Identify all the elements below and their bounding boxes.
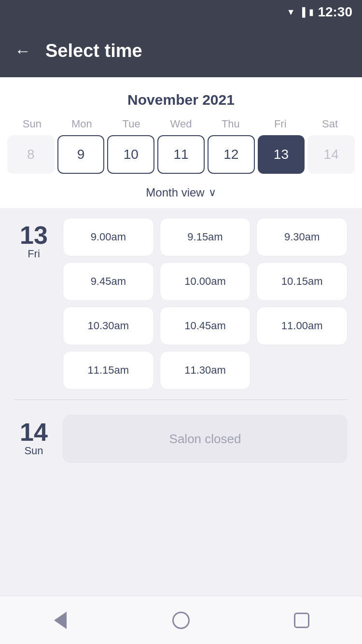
- battery-icon: ▮: [309, 7, 314, 17]
- day-header-sun: Sun: [7, 118, 57, 130]
- signal-icon: ▐: [299, 7, 306, 17]
- date-row: 8 9 10 11 12 13 14: [0, 135, 362, 174]
- day-header-fri: Fri: [255, 118, 305, 130]
- date-cell-12[interactable]: 12: [208, 135, 255, 174]
- time-slot-915am[interactable]: 9.15am: [160, 218, 251, 256]
- time-slot-900am[interactable]: 9.00am: [63, 218, 154, 256]
- day-header-mon: Mon: [57, 118, 107, 130]
- back-button[interactable]: ←: [14, 42, 31, 60]
- time-slot-1100am[interactable]: 11.00am: [256, 307, 348, 345]
- recents-nav-icon: [294, 613, 309, 628]
- day-number-14: 14: [20, 420, 48, 445]
- page-title: Select time: [45, 41, 142, 61]
- salon-closed-message: Salon closed: [63, 415, 348, 463]
- divider: [14, 399, 348, 400]
- day-header-wed: Wed: [156, 118, 206, 130]
- time-slot-1130am[interactable]: 11.30am: [160, 351, 251, 390]
- calendar-section: November 2021 Sun Mon Tue Wed Thu Fri Sa…: [0, 77, 362, 208]
- wifi-icon: ▼: [287, 7, 295, 17]
- nav-back-button[interactable]: [48, 608, 72, 632]
- status-time: 12:30: [318, 4, 352, 20]
- day-header-thu: Thu: [206, 118, 255, 130]
- status-icons: ▼ ▐ ▮ 12:30: [287, 4, 352, 20]
- month-title: November 2021: [0, 87, 362, 118]
- date-cell-11[interactable]: 11: [157, 135, 205, 174]
- day-label-13: 13 Fri: [14, 218, 53, 390]
- status-bar: ▼ ▐ ▮ 12:30: [0, 0, 362, 24]
- back-nav-icon: [54, 612, 67, 629]
- time-slot-1015am[interactable]: 10.15am: [256, 262, 348, 301]
- day-block-14: 14 Sun Salon closed: [14, 415, 348, 463]
- date-cell-8[interactable]: 8: [7, 135, 55, 174]
- nav-home-button[interactable]: [169, 608, 193, 632]
- day-name-14: Sun: [24, 445, 43, 457]
- date-cell-9[interactable]: 9: [57, 135, 105, 174]
- month-view-toggle[interactable]: Month view ∨: [0, 181, 362, 208]
- day-header-tue: Tue: [107, 118, 156, 130]
- day-name-13: Fri: [28, 248, 40, 260]
- day-header-sat: Sat: [305, 118, 355, 130]
- time-slot-930am[interactable]: 9.30am: [256, 218, 348, 256]
- time-slot-1045am[interactable]: 10.45am: [160, 307, 251, 345]
- time-slot-1115am[interactable]: 11.15am: [63, 351, 154, 390]
- time-slot-1000am[interactable]: 10.00am: [160, 262, 251, 301]
- time-slot-945am[interactable]: 9.45am: [63, 262, 154, 301]
- month-view-label: Month view: [146, 186, 204, 199]
- day-headers: Sun Mon Tue Wed Thu Fri Sat: [0, 118, 362, 130]
- time-slot-1030am[interactable]: 10.30am: [63, 307, 154, 345]
- day-number-13: 13: [20, 223, 48, 248]
- nav-recents-button[interactable]: [290, 608, 314, 632]
- day-block-13: 13 Fri 9.00am 9.15am 9.30am 9.45am 10.00…: [14, 218, 348, 390]
- home-nav-icon: [172, 612, 190, 629]
- date-cell-10[interactable]: 10: [107, 135, 154, 174]
- header: ← Select time: [0, 24, 362, 77]
- time-grid-13: 9.00am 9.15am 9.30am 9.45am 10.00am 10.1…: [63, 218, 348, 390]
- nav-bar: [0, 596, 362, 644]
- date-cell-13[interactable]: 13: [258, 135, 305, 174]
- time-slots-section: 13 Fri 9.00am 9.15am 9.30am 9.45am 10.00…: [0, 208, 362, 596]
- chevron-down-icon: ∨: [209, 186, 216, 199]
- day-label-14: 14 Sun: [14, 415, 53, 463]
- date-cell-14[interactable]: 14: [307, 135, 355, 174]
